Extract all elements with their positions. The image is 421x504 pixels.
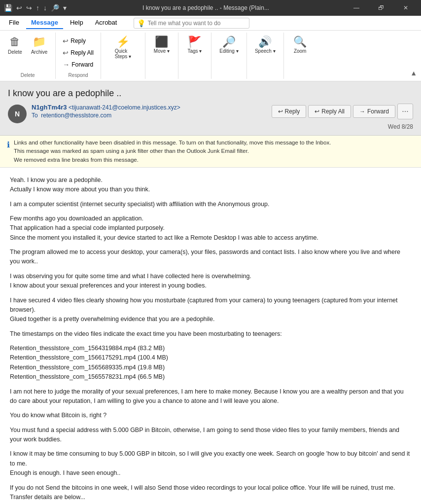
file-list: Retention_thesslstore_com_1564319884.mp4… [10,344,411,382]
ribbon-group-move: ⬛ Move ▾ [145,33,178,79]
email-actions-block: ↩ Reply ↩ Reply All → Forward ··· Wed 8/… [272,104,413,130]
body-line-2: I am a computer scientist (internet secu… [10,200,411,209]
ribbon-group-respond: ↩ Reply ↩ Reply All → Forward Respond [56,33,101,79]
move-icon: ⬛ [155,36,168,48]
ribbon-collapse-button[interactable]: ▲ [406,67,421,79]
undo-icon[interactable]: ↩ [16,4,22,12]
to-address: retention@thesslstore.com [41,112,111,119]
redo-icon[interactable]: ↪ [26,4,32,12]
dropdown-icon[interactable]: ▾ [63,4,67,12]
menu-help[interactable]: Help [65,17,88,29]
delete-group-label: Delete [21,72,35,78]
sender-email: <tijuanawatt-241@coelome.injustices.xyz> [69,104,180,111]
ribbon-group-tags: 🚩 Tags ▾ [178,33,211,79]
menu-file[interactable]: File [4,17,24,29]
body-line-4: The program allowed me to access your de… [10,248,411,267]
reply-all-header-label: Reply All [321,108,345,115]
editing-button[interactable]: 🔎 Editing ▾ [215,34,243,56]
ribbon-group-editing: 🔎 Editing ▾ [211,33,247,79]
warning-bar: ℹ Links and other functionality have bee… [0,136,421,168]
delete-button[interactable]: 🗑 Delete [4,34,26,57]
ribbon-group-speech: 🔊 Speech ▾ [247,33,284,79]
forward-button[interactable]: → Forward [60,59,97,70]
body-line-10: You must fund a special address with 5.0… [10,426,411,445]
body-line-12: If you do not Send the bitcoins in one w… [10,483,411,503]
minimize-button[interactable]: — [345,0,368,16]
file-4: Retention_thesslstore_com_1565578231.mp4… [10,372,411,382]
speech-icon: 🔊 [258,36,272,48]
archive-icon: 📁 [33,36,46,48]
reply-all-header-icon: ↩ [315,108,319,115]
archive-button[interactable]: 📁 Archive [27,34,51,57]
email-to-line: To retention@thesslstore.com [32,112,267,119]
tags-icon: 🚩 [188,36,201,48]
reply-all-header-button[interactable]: ↩ Reply All [308,105,351,118]
save-icon[interactable]: 💾 [4,4,12,12]
forward-header-button[interactable]: → Forward [353,105,395,118]
title-bar-quick-actions[interactable]: 💾 ↩ ↪ ↑ ↓ 🔎 ▾ [4,4,67,12]
email-body-content: Yeah. I know you are a pedophile.Actuall… [10,176,411,504]
email-date: Wed 8/28 [388,123,413,130]
editing-label: Editing ▾ [219,48,238,54]
body-line-1: Yeah. I know you are a pedophile.Actuall… [10,176,411,195]
body-line-9: You do know what Bitcoin is, right ? [10,411,411,420]
down-icon[interactable]: ↓ [43,4,47,12]
email-body: Yeah. I know you are a pedophile.Actuall… [0,168,421,504]
zoom-label: Zoom [294,48,307,54]
move-buttons: ⬛ Move ▾ [149,33,174,65]
email-from-block: N1ghTm4r3 <tijuanawatt-241@coelome.injus… [32,104,267,119]
warning-line-3: We removed extra line breaks from this m… [14,156,331,164]
ribbon: 🗑 Delete 📁 Archive Delete ↩ Reply ↩ Repl… [0,31,421,81]
up-icon[interactable]: ↑ [36,4,39,12]
bulb-icon: 💡 [137,19,145,27]
quick-steps-button[interactable]: ⚡ QuickSteps ▾ [111,34,135,61]
forward-label: Forward [71,61,93,68]
warning-line-1: Links and other functionality have been … [14,139,331,147]
ribbon-group-zoom: 🔍 Zoom [284,33,316,79]
restore-button[interactable]: 🗗 [370,0,392,16]
archive-label: Archive [31,49,47,55]
respond-group-buttons: ↩ Reply ↩ Reply All → Forward [60,33,97,79]
menu-message[interactable]: Message [26,17,63,29]
quick-steps-label: QuickSteps ▾ [115,48,131,59]
body-line-5: I was observing you for quite some time … [10,272,411,291]
menu-acrobat[interactable]: Acrobat [90,17,122,29]
editing-buttons: 🔎 Editing ▾ [215,33,243,65]
body-line-11: I know it may be time consuming to buy 5… [10,449,411,478]
search-icon[interactable]: 🔎 [51,4,59,12]
sender-name: N1ghTm4r3 [32,104,67,111]
close-button[interactable]: ✕ [394,0,417,16]
forward-icon: → [63,61,70,69]
tags-button[interactable]: 🚩 Tags ▾ [182,34,207,56]
zoom-icon: 🔍 [293,36,307,48]
reply-all-icon: ↩ [63,49,69,57]
ribbon-group-delete: 🗑 Delete 📁 Archive Delete [0,33,56,79]
menu-bar: File Message Help Acrobat 💡 [0,16,421,31]
reply-all-label: Reply All [70,49,94,56]
speech-button[interactable]: 🔊 Speech ▾ [251,34,280,56]
reply-all-button[interactable]: ↩ Reply All [60,47,97,58]
reply-icon: ↩ [63,37,69,45]
warning-icon: ℹ [7,139,10,151]
search-input[interactable] [147,20,246,27]
move-button[interactable]: ⬛ Move ▾ [149,34,174,56]
file-1: Retention_thesslstore_com_1564319884.mp4… [10,344,411,353]
reply-header-icon: ↩ [278,108,283,115]
file-2: Retention_thesslstore_com_1566175291.mp4… [10,353,411,362]
window-title: I know you are a pedophile .. - Message … [70,4,341,11]
title-bar: 💾 ↩ ↪ ↑ ↓ 🔎 ▾ I know you are a pedophile… [0,0,421,16]
forward-header-label: Forward [367,108,389,115]
zoom-button[interactable]: 🔍 Zoom [288,34,313,56]
body-line-6: I have secured 4 video files clearly sho… [10,296,411,324]
speech-label: Speech ▾ [255,48,276,54]
more-button[interactable]: ··· [397,104,413,119]
reply-header-button[interactable]: ↩ Reply [272,105,307,118]
reply-button[interactable]: ↩ Reply [60,36,97,46]
quick-steps-icon: ⚡ [116,36,130,48]
respond-group-label: Respond [69,72,88,78]
body-line-3: Few months ago you downloaded an applica… [10,214,411,243]
respond-col: ↩ Reply ↩ Reply All → Forward [60,36,97,70]
tags-label: Tags ▾ [188,48,202,54]
search-bar[interactable]: 💡 [134,18,249,29]
window-controls[interactable]: — 🗗 ✕ [345,0,417,16]
